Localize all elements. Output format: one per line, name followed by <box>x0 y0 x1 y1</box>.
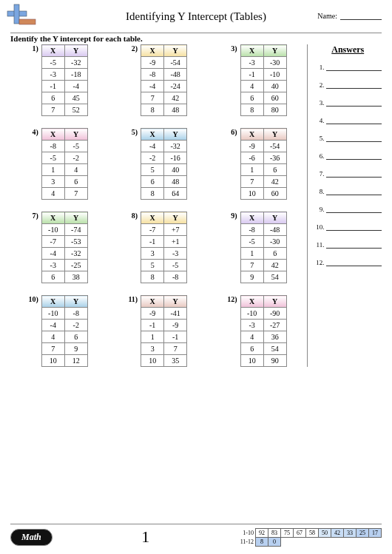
table-cell: 1 <box>240 248 263 260</box>
table-cell: -41 <box>164 308 187 320</box>
problem: 8)XY-7+7-1+13-35-58-8 <box>109 212 203 283</box>
answer-row: 7. <box>314 169 382 178</box>
xy-table: XY-8-48-5-3016742954 <box>240 212 287 283</box>
x-header: X <box>141 129 164 141</box>
answer-blank[interactable] <box>326 116 382 124</box>
problem: 9)XY-8-48-5-3016742954 <box>209 212 303 283</box>
table-cell: -3 <box>41 260 64 271</box>
instructions: Identify the Y intercept for each table. <box>10 33 382 43</box>
answer-row: 2. <box>314 81 382 89</box>
content-area: 1)XY-5-32-3-18-1-46457522)XY-9-54-8-48-4… <box>10 44 382 367</box>
answer-blank[interactable] <box>326 81 382 89</box>
table-cell: -8 <box>141 69 164 81</box>
table-cell: 1 <box>41 164 64 176</box>
answer-number: 5. <box>314 135 324 142</box>
table-row: 645 <box>41 92 87 104</box>
table-row: -4-2 <box>41 320 87 331</box>
table-cell: 6 <box>64 176 87 188</box>
y-header: Y <box>164 129 187 141</box>
problem-number: 7) <box>27 212 38 220</box>
answer-number: 6. <box>314 152 324 160</box>
table-row: 3-3 <box>141 248 187 260</box>
answers-column: Answers 1.2.3.4.5.6.7.8.9.10.11.12. <box>307 44 382 367</box>
xy-table: XY-8-5-5-2143647 <box>41 128 88 200</box>
table-cell: -9 <box>141 308 164 320</box>
table-cell: 6 <box>64 331 87 343</box>
table-row: -9-54 <box>240 141 286 152</box>
answer-blank[interactable] <box>326 152 382 160</box>
answer-blank[interactable] <box>326 98 382 107</box>
table-cell: -3 <box>240 320 263 331</box>
table-row: -5-30 <box>240 236 286 248</box>
table-cell: -48 <box>164 69 187 81</box>
table-row: 638 <box>41 271 87 283</box>
table-cell: -5 <box>240 236 263 248</box>
table-row: -1-10 <box>240 69 286 81</box>
table-cell: 4 <box>41 188 64 200</box>
table-row: -9-54 <box>141 57 187 69</box>
table-row: -8-48 <box>141 69 187 81</box>
score-cell: 25 <box>356 528 369 537</box>
score-cell: 83 <box>268 528 281 537</box>
score-range-label: 1-10 <box>239 528 256 537</box>
table-cell: 5 <box>141 164 164 176</box>
table-cell: -1 <box>240 69 263 81</box>
table-row: -3-27 <box>240 320 286 331</box>
table-row: -5-32 <box>41 57 87 69</box>
table-row: 46 <box>41 331 87 343</box>
answer-blank[interactable] <box>326 169 382 178</box>
table-cell: 4 <box>64 164 87 176</box>
table-cell: -25 <box>64 260 87 271</box>
answer-blank[interactable] <box>326 258 382 266</box>
table-cell: -18 <box>64 69 87 81</box>
table-cell: -9 <box>164 320 187 331</box>
score-cell: 17 <box>369 528 382 537</box>
table-cell: 8 <box>141 188 164 200</box>
answer-blank[interactable] <box>326 240 382 249</box>
problem-number: 9) <box>226 212 237 220</box>
score-cell: 67 <box>294 528 306 537</box>
answer-row: 11. <box>314 240 382 249</box>
answer-row: 8. <box>314 187 382 195</box>
xy-table: XY-4-32-2-16540648864 <box>141 128 187 200</box>
x-header: X <box>141 296 164 308</box>
answer-blank[interactable] <box>326 205 382 213</box>
answer-number: 11. <box>314 241 324 249</box>
table-cell: -54 <box>164 57 187 69</box>
name-input-line[interactable] <box>340 19 382 20</box>
math-badge: Math <box>10 529 53 546</box>
table-cell: 42 <box>263 260 286 271</box>
answer-blank[interactable] <box>326 187 382 195</box>
table-cell: 5 <box>141 260 164 271</box>
page-header: Identifying Y Intercept (Tables) Name: <box>10 6 382 31</box>
table-cell: -48 <box>263 224 286 236</box>
answer-blank[interactable] <box>326 134 382 142</box>
problem-number: 6) <box>226 128 237 136</box>
table-cell: 42 <box>164 92 187 104</box>
score-cell: 92 <box>256 528 268 537</box>
x-header: X <box>41 129 64 141</box>
table-row: 864 <box>141 188 187 200</box>
xy-table: XY-10-8-4-246791012 <box>41 295 88 367</box>
answer-blank[interactable] <box>326 223 382 231</box>
table-row: 14 <box>41 164 87 176</box>
table-row: 660 <box>240 92 286 104</box>
answer-row: 5. <box>314 134 382 142</box>
table-row: 954 <box>240 271 286 283</box>
answer-number: 12. <box>314 259 324 266</box>
x-header: X <box>240 129 263 141</box>
answer-number: 7. <box>314 170 324 178</box>
table-cell: -24 <box>164 81 187 92</box>
answer-blank[interactable] <box>326 63 382 71</box>
table-row: -1-4 <box>41 81 87 92</box>
problem: 12)XY-10-90-3-274366541090 <box>209 295 303 367</box>
y-header: Y <box>263 212 286 224</box>
table-row: 47 <box>41 188 87 200</box>
table-cell: -4 <box>41 248 64 260</box>
problem: 3)XY-3-30-1-10440660880 <box>209 44 303 116</box>
svg-rect-1 <box>14 4 19 24</box>
y-header: Y <box>64 45 87 57</box>
table-cell: 7 <box>240 176 263 188</box>
table-cell: 10 <box>41 355 64 367</box>
problem: 2)XY-9-54-8-48-4-24742848 <box>109 44 203 116</box>
